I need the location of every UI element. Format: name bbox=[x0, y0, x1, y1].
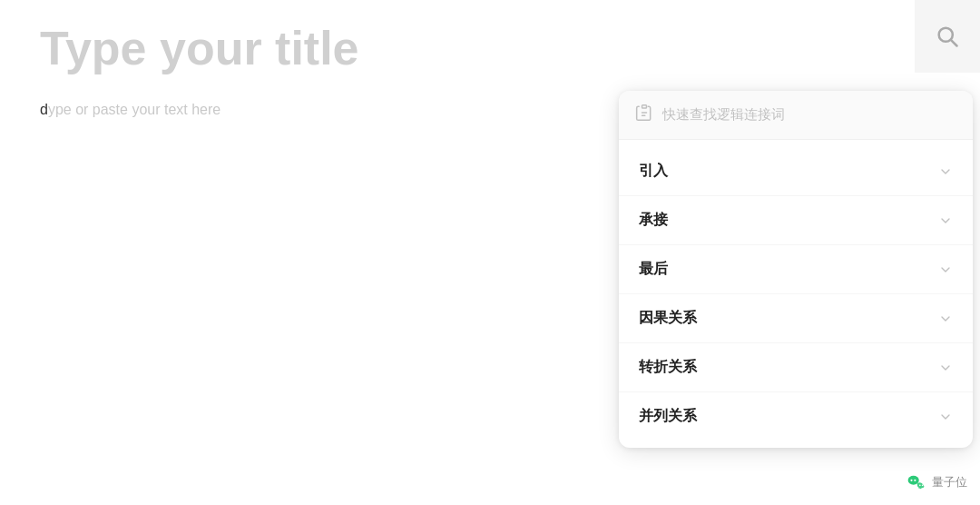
category-item-finally[interactable]: 最后 bbox=[619, 245, 973, 294]
editor-cursor: d bbox=[40, 102, 48, 117]
category-label-intro: 引入 bbox=[639, 162, 668, 181]
category-label-transition: 承接 bbox=[639, 211, 668, 230]
chevron-down-icon-contrast bbox=[938, 361, 953, 375]
logic-connector-panel: 快速查找逻辑连接词 引入 承接 最后 bbox=[619, 91, 973, 448]
page-title[interactable]: Type your title bbox=[40, 25, 940, 72]
category-label-parallel: 并列关系 bbox=[639, 407, 697, 426]
panel-search-bar[interactable]: 快速查找逻辑连接词 bbox=[619, 91, 973, 140]
category-item-transition[interactable]: 承接 bbox=[619, 196, 973, 245]
chevron-down-icon-transition bbox=[938, 213, 953, 228]
svg-line-1 bbox=[951, 40, 956, 45]
category-item-intro[interactable]: 引入 bbox=[619, 147, 973, 196]
chevron-down-icon-causality bbox=[938, 312, 953, 326]
page-container: Type your title dype or paste your text … bbox=[0, 0, 980, 505]
svg-point-7 bbox=[914, 480, 916, 481]
category-label-contrast: 转折关系 bbox=[639, 358, 697, 377]
svg-point-9 bbox=[922, 484, 924, 486]
category-list: 引入 承接 最后 因果关系 bbox=[619, 140, 973, 448]
search-icon bbox=[935, 24, 960, 49]
search-button[interactable] bbox=[915, 0, 980, 73]
svg-point-8 bbox=[919, 484, 921, 486]
chevron-down-icon-finally bbox=[938, 262, 953, 277]
category-item-causality[interactable]: 因果关系 bbox=[619, 294, 973, 343]
wechat-icon bbox=[906, 472, 926, 492]
watermark-text: 量子位 bbox=[932, 474, 967, 490]
category-label-finally: 最后 bbox=[639, 260, 668, 279]
svg-point-5 bbox=[908, 476, 919, 485]
category-label-causality: 因果关系 bbox=[639, 309, 697, 328]
chevron-down-icon-parallel bbox=[938, 410, 953, 424]
watermark: 量子位 bbox=[906, 472, 967, 492]
title-area: Type your title bbox=[0, 0, 980, 90]
svg-point-6 bbox=[910, 480, 912, 481]
chevron-down-icon-intro bbox=[938, 164, 953, 179]
panel-search-placeholder: 快速查找逻辑连接词 bbox=[662, 106, 956, 124]
svg-rect-2 bbox=[642, 105, 647, 108]
editor-placeholder: ype or paste your text here bbox=[48, 102, 220, 117]
category-item-parallel[interactable]: 并列关系 bbox=[619, 392, 973, 441]
clipboard-icon bbox=[635, 104, 653, 126]
category-item-contrast[interactable]: 转折关系 bbox=[619, 343, 973, 392]
